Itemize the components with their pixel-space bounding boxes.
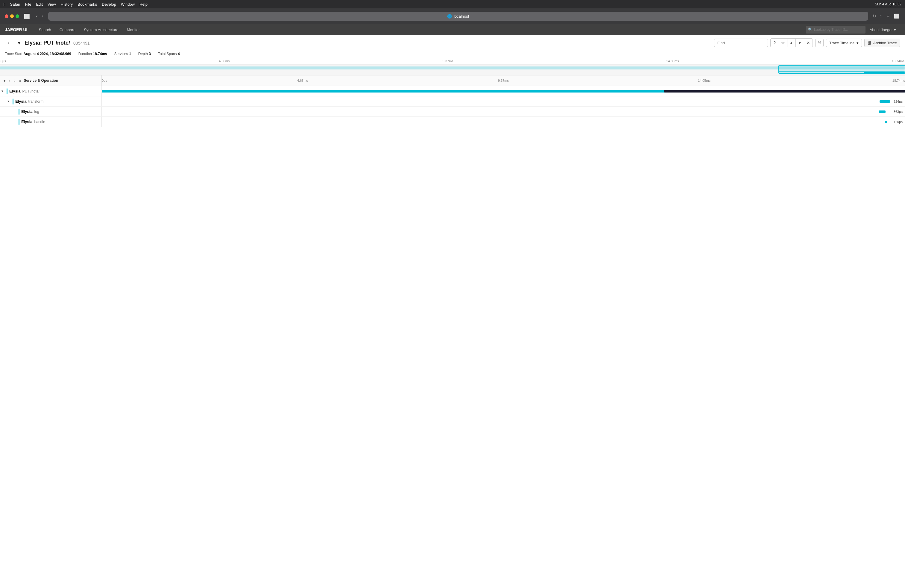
- minimize-window-button[interactable]: [10, 14, 14, 18]
- header-tick-1: 4.68ms: [297, 79, 308, 82]
- tabs-button[interactable]: ⬜: [893, 13, 900, 19]
- browser-actions: ↻ ⤴ ＋ ⬜: [872, 13, 900, 20]
- sort-collapse-all-button[interactable]: ⇓: [12, 78, 17, 84]
- macos-bar:  Safari File Edit View History Bookmark…: [0, 0, 905, 8]
- about-jaeger-label: About Jaeger: [870, 27, 893, 32]
- span-bar: [880, 100, 890, 103]
- trace-start-value: August 4 2024, 18:32:08.969: [23, 52, 71, 56]
- app-brand: JAEGER UI: [5, 27, 27, 32]
- span-color-indicator: [6, 88, 8, 94]
- macos-status-area: Sun 4 Aug 18:32: [875, 2, 902, 6]
- trace-total-spans: Total Spans 4: [158, 52, 180, 56]
- sort-collapse-button[interactable]: ▾: [3, 78, 6, 84]
- span-row[interactable]: Elysia log 363μs: [0, 106, 905, 117]
- span-bar: [879, 110, 886, 113]
- trace-operation-name: PUT /note/: [43, 40, 70, 46]
- span-dot: [884, 121, 887, 123]
- span-timeline-area: 363μs: [102, 106, 905, 116]
- prev-span-button[interactable]: ▲: [788, 39, 796, 47]
- header-tick-4: 18.74ms: [892, 79, 905, 82]
- settings-button[interactable]: ⌘: [815, 39, 824, 47]
- trace-start-label: Trace Start August 4 2024, 18:32:08.969: [5, 52, 71, 56]
- bookmark-button[interactable]: ☆: [779, 39, 788, 47]
- span-row[interactable]: ▾ Elysia transform 824μs: [0, 96, 905, 106]
- trace-depth: Depth 3: [138, 52, 151, 56]
- spans-list: ▾ Elysia PUT /note/ ▾ Elysia transform 8…: [0, 86, 905, 127]
- trace-header: ← ▾ Elysia: PUT /note/ 0354491 ? ☆ ▲ ▼ ✕…: [0, 35, 905, 50]
- span-timeline-area: [102, 86, 905, 96]
- back-button[interactable]: ←: [5, 39, 14, 47]
- nav-search[interactable]: Search: [35, 24, 55, 35]
- reload-button[interactable]: ↻: [872, 13, 877, 19]
- trace-meta: Trace Start August 4 2024, 18:32:08.969 …: [0, 50, 905, 58]
- maximize-window-button[interactable]: [16, 14, 19, 18]
- close-window-button[interactable]: [5, 14, 8, 18]
- find-input[interactable]: [714, 39, 768, 47]
- span-row[interactable]: Elysia handle 120μs: [0, 117, 905, 127]
- menu-history[interactable]: History: [61, 2, 73, 6]
- span-operation: PUT /note/: [22, 89, 40, 94]
- menu-file[interactable]: File: [25, 2, 31, 6]
- trace-services: Services 1: [114, 52, 131, 56]
- archive-label: Archive Trace: [873, 41, 897, 45]
- nav-system-architecture[interactable]: System Architecture: [79, 24, 123, 35]
- menu-view[interactable]: View: [48, 2, 56, 6]
- span-toggle-button[interactable]: ▾: [6, 99, 11, 103]
- trace-lookup-input[interactable]: [806, 26, 865, 33]
- span-color-indicator: [19, 119, 19, 125]
- next-span-button[interactable]: ▼: [796, 39, 804, 47]
- sort-expand-all-button[interactable]: »: [19, 78, 22, 84]
- address-bar[interactable]: 🌐 localhost: [48, 12, 868, 21]
- span-row[interactable]: ▾ Elysia PUT /note/: [0, 86, 905, 96]
- view-selector-chevron: ▾: [856, 41, 859, 45]
- span-operation: log: [35, 110, 39, 114]
- span-label-area: Elysia log: [0, 106, 102, 116]
- menu-safari[interactable]: Safari: [10, 2, 20, 6]
- service-op-column-label: Service & Operation: [24, 78, 58, 83]
- span-toggle-button[interactable]: ▾: [0, 89, 5, 93]
- span-label-area: ▾ Elysia PUT /note/: [0, 86, 102, 96]
- menu-window[interactable]: Window: [121, 2, 135, 6]
- navigation-buttons: ? ☆ ▲ ▼ ✕: [770, 38, 813, 47]
- share-button[interactable]: ⤴: [879, 13, 883, 19]
- spans-header-right: 0μs 4.68ms 9.37ms 14.05ms 18.74ms: [102, 75, 905, 86]
- span-label-area: ▾ Elysia transform: [0, 96, 102, 106]
- archive-icon: 🗄: [868, 41, 872, 45]
- browser-back-button[interactable]: ‹: [35, 12, 39, 20]
- span-timeline-area: 824μs: [102, 96, 905, 106]
- span-operation: handle: [35, 120, 45, 124]
- new-tab-button[interactable]: ＋: [885, 13, 891, 20]
- sort-next-button[interactable]: ›: [8, 78, 11, 84]
- help-button[interactable]: ?: [771, 39, 779, 47]
- header-tick-0: 0μs: [102, 79, 107, 82]
- span-bar-dark: [664, 90, 905, 92]
- menu-edit[interactable]: Edit: [36, 2, 43, 6]
- collapse-button[interactable]: ▾: [17, 40, 22, 46]
- menu-bookmarks[interactable]: Bookmarks: [78, 2, 97, 6]
- span-label-area: Elysia handle: [0, 117, 102, 127]
- menu-help[interactable]: Help: [140, 2, 148, 6]
- span-service: Elysia: [9, 89, 21, 94]
- spans-header: ▾ › ⇓ » Service & Operation 0μs 4.68ms 9…: [0, 75, 905, 86]
- about-jaeger-chevron: ▾: [894, 27, 896, 32]
- span-color-indicator: [19, 109, 19, 114]
- traffic-lights: [5, 14, 19, 18]
- spans-header-left: ▾ › ⇓ » Service & Operation: [0, 75, 102, 86]
- span-duration-label: 824μs: [894, 100, 903, 103]
- browser-nav: ‹ ›: [35, 12, 44, 20]
- archive-trace-button[interactable]: 🗄 Archive Trace: [864, 39, 900, 47]
- span-color-indicator: [13, 99, 13, 105]
- view-selector-button[interactable]: Trace Timeline ▾: [826, 39, 862, 47]
- tick-1: 4.68ms: [219, 59, 230, 63]
- browser-forward-button[interactable]: ›: [40, 12, 44, 20]
- nav-monitor[interactable]: Monitor: [123, 24, 144, 35]
- browser-url: localhost: [454, 14, 469, 19]
- about-jaeger-button[interactable]: About Jaeger ▾: [865, 25, 900, 35]
- close-find-button[interactable]: ✕: [804, 39, 813, 47]
- menu-develop[interactable]: Develop: [102, 2, 116, 6]
- span-duration-label: 363μs: [894, 110, 903, 113]
- trace-service-name: Elysia:: [25, 40, 42, 46]
- sidebar-toggle-button[interactable]: ⬜: [23, 12, 31, 21]
- nav-compare[interactable]: Compare: [56, 24, 79, 35]
- header-tick-2: 9.37ms: [498, 79, 509, 82]
